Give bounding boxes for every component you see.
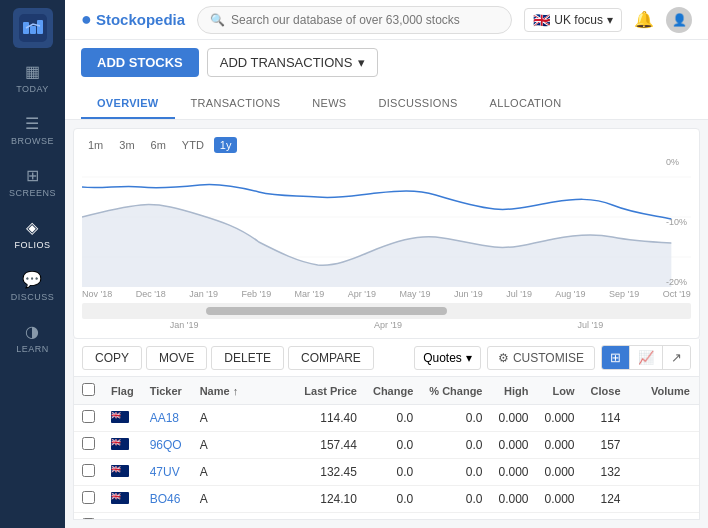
sidebar-item-screens[interactable]: ⊞ SCREENS bbox=[0, 156, 65, 208]
chart-scrollbar[interactable] bbox=[82, 303, 691, 319]
table-row: 🇬🇧 AA18 A 114.40 0.0 0.0 0.000 0.000 114 bbox=[74, 405, 700, 432]
search-input[interactable] bbox=[231, 13, 499, 27]
today-icon: ▦ bbox=[25, 62, 41, 81]
compare-button[interactable]: COMPARE bbox=[288, 346, 374, 370]
row-high-3: 0.000 bbox=[490, 486, 536, 513]
time-filters: 1m 3m 6m YTD 1y bbox=[82, 137, 691, 153]
row-name-0[interactable]: A bbox=[192, 405, 297, 432]
row-change-2: 0.0 bbox=[365, 459, 421, 486]
sidebar-item-folios[interactable]: ◈ FOLIOS bbox=[0, 208, 65, 260]
row-name-4[interactable]: Ab Science Sa bbox=[192, 513, 297, 521]
stocks-table-wrapper: Flag Ticker Name ↑ Last Price Change % C… bbox=[73, 377, 700, 520]
toolbar-right: Quotes ▾ ⚙ CUSTOMISE ⊞ 📈 ↗ bbox=[414, 345, 691, 370]
row-volume-1 bbox=[629, 432, 698, 459]
quotes-dropdown[interactable]: Quotes ▾ bbox=[414, 346, 481, 370]
row-checkbox-1[interactable] bbox=[74, 432, 103, 459]
discuss-icon: 💬 bbox=[22, 270, 43, 289]
move-button[interactable]: MOVE bbox=[146, 346, 207, 370]
time-filter-1y[interactable]: 1y bbox=[214, 137, 238, 153]
row-flag-1: 🇬🇧 bbox=[103, 432, 142, 459]
row-select-3[interactable] bbox=[82, 491, 95, 504]
header-close[interactable]: Close bbox=[583, 377, 629, 405]
time-filter-3m[interactable]: 3m bbox=[113, 137, 140, 153]
tab-news[interactable]: NEWS bbox=[296, 89, 362, 119]
row-name-3[interactable]: A bbox=[192, 486, 297, 513]
row-checkbox-4[interactable] bbox=[74, 513, 103, 521]
header-flag: Flag bbox=[103, 377, 142, 405]
row-checkbox-2[interactable] bbox=[74, 459, 103, 486]
tab-transactions[interactable]: TRANSACTIONS bbox=[175, 89, 297, 119]
notifications-icon[interactable]: 🔔 bbox=[634, 10, 654, 29]
header-last-price[interactable]: Last Price bbox=[296, 377, 365, 405]
uk-focus-button[interactable]: 🇬🇧 UK focus ▾ bbox=[524, 8, 622, 32]
copy-button[interactable]: COPY bbox=[82, 346, 142, 370]
row-change-4: 0.0 bbox=[365, 513, 421, 521]
sidebar-item-today[interactable]: ▦ TODAY bbox=[0, 52, 65, 104]
row-select-0[interactable] bbox=[82, 410, 95, 423]
time-filter-ytd[interactable]: YTD bbox=[176, 137, 210, 153]
header-volume[interactable]: Volume bbox=[629, 377, 698, 405]
header-low[interactable]: Low bbox=[537, 377, 583, 405]
row-ticker-1[interactable]: 96QO bbox=[142, 432, 192, 459]
row-mkt-cap-4: 147 bbox=[698, 513, 700, 521]
customise-button[interactable]: ⚙ CUSTOMISE bbox=[487, 346, 595, 370]
grid-view-button[interactable]: ⊞ bbox=[602, 346, 630, 369]
user-avatar[interactable]: 👤 bbox=[666, 7, 692, 33]
quotes-chevron-icon: ▾ bbox=[466, 351, 472, 365]
select-all-checkbox[interactable] bbox=[82, 383, 95, 396]
delete-button[interactable]: DELETE bbox=[211, 346, 284, 370]
row-change-3: 0.0 bbox=[365, 486, 421, 513]
row-change-1: 0.0 bbox=[365, 432, 421, 459]
row-select-1[interactable] bbox=[82, 437, 95, 450]
time-filter-1m[interactable]: 1m bbox=[82, 137, 109, 153]
topbar: ● Stockopedia 🔍 🇬🇧 UK focus ▾ 🔔 👤 bbox=[65, 0, 708, 40]
row-ticker-2[interactable]: 47UV bbox=[142, 459, 192, 486]
row-flag-2: 🇬🇧 bbox=[103, 459, 142, 486]
row-last-price-4: 3.98 bbox=[296, 513, 365, 521]
row-ticker-3[interactable]: BO46 bbox=[142, 486, 192, 513]
row-low-1: 0.000 bbox=[537, 432, 583, 459]
header-checkbox[interactable] bbox=[74, 377, 103, 405]
chart-view-button[interactable]: 📈 bbox=[630, 346, 663, 369]
row-checkbox-3[interactable] bbox=[74, 486, 103, 513]
row-high-0: 0.000 bbox=[490, 405, 536, 432]
row-mkt-cap-0 bbox=[698, 405, 700, 432]
row-last-price-2: 132.45 bbox=[296, 459, 365, 486]
scrollbar-handle[interactable] bbox=[206, 307, 446, 315]
sidebar-item-browse[interactable]: ☰ BROWSE bbox=[0, 104, 65, 156]
row-close-0: 114 bbox=[583, 405, 629, 432]
uk-focus-chevron-icon: ▾ bbox=[607, 13, 613, 27]
row-name-1[interactable]: A bbox=[192, 432, 297, 459]
tab-allocation[interactable]: ALLOCATION bbox=[474, 89, 578, 119]
row-high-2: 0.000 bbox=[490, 459, 536, 486]
header-name[interactable]: Name ↑ bbox=[192, 377, 297, 405]
row-checkbox-0[interactable] bbox=[74, 405, 103, 432]
row-select-4[interactable] bbox=[82, 518, 95, 520]
header-pct-change[interactable]: % Change bbox=[421, 377, 490, 405]
row-ticker-0[interactable]: AA18 bbox=[142, 405, 192, 432]
export-button[interactable]: ↗ bbox=[663, 346, 690, 369]
row-pct-change-3: 0.0 bbox=[421, 486, 490, 513]
header-ticker[interactable]: Ticker bbox=[142, 377, 192, 405]
add-transactions-button[interactable]: ADD TRANSACTIONS ▾ bbox=[207, 48, 379, 77]
row-close-2: 132 bbox=[583, 459, 629, 486]
header-change[interactable]: Change bbox=[365, 377, 421, 405]
header-high[interactable]: High bbox=[490, 377, 536, 405]
topbar-right: 🇬🇧 UK focus ▾ 🔔 👤 bbox=[524, 7, 692, 33]
row-name-2[interactable]: A bbox=[192, 459, 297, 486]
add-stocks-button[interactable]: ADD STOCKS bbox=[81, 48, 199, 77]
time-filter-6m[interactable]: 6m bbox=[145, 137, 172, 153]
sidebar-item-discuss[interactable]: 💬 DISCUSS bbox=[0, 260, 65, 312]
row-ticker-4[interactable]: AB bbox=[142, 513, 192, 521]
sidebar-item-learn[interactable]: ◑ LEARN bbox=[0, 312, 65, 364]
sidebar-logo[interactable] bbox=[13, 8, 53, 48]
header-mkt-cap[interactable]: Mkt Cap £m bbox=[698, 377, 700, 405]
tab-overview[interactable]: OVERVIEW bbox=[81, 89, 175, 119]
row-select-2[interactable] bbox=[82, 464, 95, 477]
search-bar[interactable]: 🔍 bbox=[197, 6, 512, 34]
uk-flag-icon: 🇬🇧 bbox=[533, 12, 550, 28]
row-low-3: 0.000 bbox=[537, 486, 583, 513]
table-row: 🇬🇧 96QO A 157.44 0.0 0.0 0.000 0.000 157 bbox=[74, 432, 700, 459]
row-high-4: 3.98 bbox=[490, 513, 536, 521]
tab-discussions[interactable]: DISCUSSIONS bbox=[362, 89, 473, 119]
